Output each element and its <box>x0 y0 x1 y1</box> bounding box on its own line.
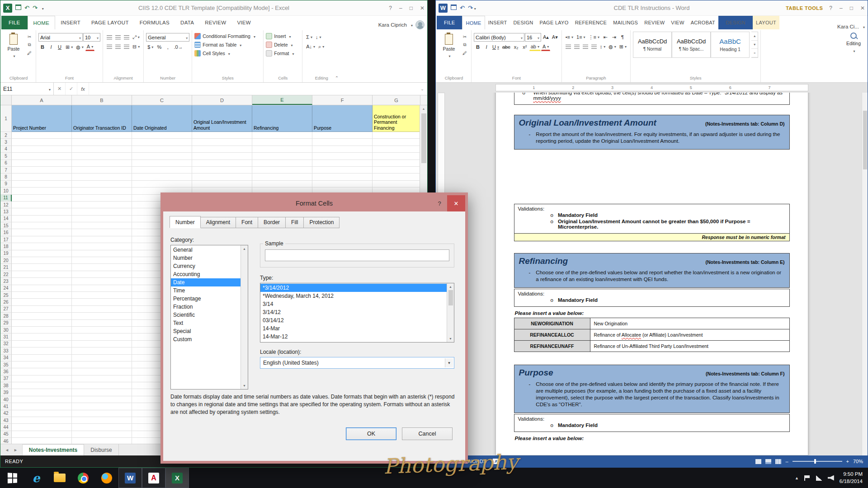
row-header[interactable]: 25 <box>0 292 12 299</box>
row-header[interactable]: 37 <box>0 375 12 382</box>
dialog-tab[interactable]: Protection <box>304 217 340 228</box>
cell[interactable] <box>132 160 192 167</box>
styles-gallery-scroll[interactable]: ▲ ▼ ≡ <box>751 32 758 58</box>
text-highlight-icon[interactable]: ab <box>529 43 541 51</box>
cell[interactable] <box>373 181 420 188</box>
row-header[interactable]: 7 <box>0 167 12 174</box>
cell[interactable] <box>72 306 132 313</box>
cell[interactable] <box>132 153 192 160</box>
cell[interactable] <box>72 181 132 188</box>
undo-icon[interactable]: ↶ <box>24 5 29 11</box>
row-header[interactable]: 30 <box>0 327 12 333</box>
cell[interactable] <box>72 396 132 403</box>
subscript-button[interactable]: x₂ <box>512 43 520 51</box>
font-color-icon[interactable]: A <box>541 43 550 51</box>
cell[interactable] <box>72 216 132 222</box>
taskbar-ie[interactable]: e <box>24 468 48 488</box>
document-page[interactable]: o When submitting via excel upload, the … <box>495 93 808 455</box>
undo-icon[interactable]: ↶ <box>460 5 465 11</box>
cell[interactable] <box>72 222 132 229</box>
gallery-more-icon[interactable]: ≡ <box>751 49 758 57</box>
row-header[interactable]: 4 <box>0 146 12 153</box>
horizontal-ruler[interactable]: 1234567 <box>495 84 808 91</box>
cell[interactable] <box>252 181 312 188</box>
borders-icon[interactable]: ⊞ <box>618 42 628 51</box>
start-button[interactable] <box>1 468 24 488</box>
decrease-indent-icon[interactable]: ⇤ <box>601 33 609 41</box>
cell[interactable] <box>12 236 72 243</box>
cell[interactable] <box>252 167 312 174</box>
excel-ribbon-tab[interactable]: DATA <box>175 16 199 29</box>
cell[interactable] <box>252 146 312 153</box>
cell[interactable] <box>12 368 72 375</box>
cell[interactable] <box>72 229 132 236</box>
column-header[interactable]: C <box>132 95 192 105</box>
cell[interactable] <box>192 181 252 188</box>
cell[interactable] <box>12 174 72 180</box>
cell[interactable] <box>12 410 72 417</box>
excel-ribbon-tab[interactable]: VIEW <box>231 16 256 29</box>
zoom-slider-thumb[interactable] <box>814 459 816 464</box>
excel-ribbon-tab[interactable]: FORMULAS <box>134 16 175 29</box>
cell[interactable] <box>72 285 132 292</box>
ok-button[interactable]: OK <box>346 427 396 440</box>
superscript-button[interactable]: x² <box>521 43 529 51</box>
shrink-font-icon[interactable]: A▾ <box>551 33 559 42</box>
cell[interactable] <box>72 368 132 375</box>
bold-button[interactable]: B <box>474 43 482 51</box>
type-scrollbar[interactable]: ▲ ▼ <box>447 283 454 342</box>
row-header[interactable]: 8 <box>0 174 12 180</box>
copy-icon[interactable]: ⧉ <box>461 41 469 48</box>
scroll-down-icon[interactable]: ▼ <box>243 382 246 389</box>
cell[interactable] <box>12 396 72 403</box>
column-header[interactable]: D <box>192 95 252 105</box>
taskbar-excel[interactable]: X <box>165 468 189 488</box>
underline-button[interactable]: U <box>491 43 500 51</box>
category-item[interactable]: Text <box>171 319 241 327</box>
row-header[interactable]: 44 <box>0 424 12 431</box>
row-header[interactable]: 1 <box>0 105 12 132</box>
cell[interactable] <box>312 139 373 145</box>
zoom-in-icon[interactable]: + <box>846 459 849 464</box>
excel-maximize-icon[interactable]: □ <box>410 5 413 11</box>
cell[interactable] <box>12 431 72 438</box>
style-card[interactable]: AaBbC Heading 1 <box>711 32 750 58</box>
row-header[interactable]: 9 <box>0 181 12 188</box>
sheet-nav-right-icon[interactable]: ► <box>14 448 18 452</box>
cell[interactable] <box>12 250 72 257</box>
cell[interactable] <box>192 160 252 167</box>
category-item[interactable]: Custom <box>171 335 241 343</box>
cell[interactable] <box>12 195 72 202</box>
column-header[interactable]: A <box>12 95 72 105</box>
orientation-icon[interactable]: ⤢ <box>131 33 141 41</box>
cell[interactable] <box>373 153 420 160</box>
word-ribbon-tab[interactable]: VIEW <box>668 16 687 29</box>
cell[interactable] <box>252 160 312 167</box>
scrollbar-thumb[interactable] <box>448 290 453 305</box>
accounting-format-icon[interactable]: $ <box>146 43 155 51</box>
cell[interactable] <box>12 229 72 236</box>
row-header[interactable]: 27 <box>0 306 12 313</box>
taskbar-chrome[interactable] <box>71 468 95 488</box>
column-header[interactable]: B <box>72 95 132 105</box>
format-painter-icon[interactable]: 🖉 <box>461 49 469 56</box>
insert-function-icon[interactable]: fx <box>77 83 89 95</box>
cut-icon[interactable]: ✂ <box>461 33 469 40</box>
category-item[interactable]: Currency <box>171 262 241 270</box>
row-header[interactable]: 46 <box>0 438 12 444</box>
font-size-combo[interactable]: 10 <box>83 33 100 42</box>
borders-icon[interactable]: ⊞ <box>64 43 74 51</box>
cell[interactable] <box>72 208 132 215</box>
cell[interactable] <box>72 174 132 180</box>
row-header[interactable]: 32 <box>0 341 12 347</box>
read-mode-icon[interactable] <box>755 459 761 464</box>
cell[interactable] <box>72 250 132 257</box>
cell[interactable] <box>12 417 72 424</box>
category-item[interactable]: Percentage <box>171 295 241 303</box>
cell[interactable] <box>72 333 132 340</box>
italic-button[interactable]: I <box>482 43 491 51</box>
excel-help-icon[interactable]: ? <box>389 5 392 11</box>
cell[interactable] <box>12 327 72 333</box>
cell[interactable] <box>72 278 132 285</box>
cell[interactable] <box>72 417 132 424</box>
